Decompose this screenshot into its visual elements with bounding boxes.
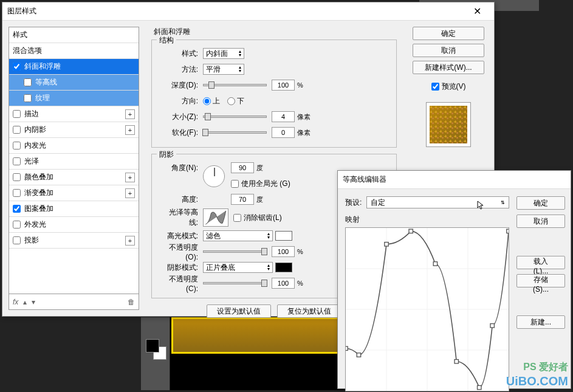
add-icon[interactable]: +: [125, 236, 135, 246]
highlight-color-swatch[interactable]: [275, 231, 292, 241]
style-select[interactable]: 内斜面▴▾: [203, 48, 244, 59]
preset-select[interactable]: 自定 ⇅: [366, 196, 509, 208]
angle-label: 角度(N):: [160, 163, 203, 173]
opacity-c-input[interactable]: [272, 278, 295, 289]
sidebar-item-inner-shadow[interactable]: 内阴影+: [9, 122, 139, 138]
altitude-input[interactable]: [231, 194, 254, 205]
fx-label: fx: [13, 298, 18, 306]
size-slider[interactable]: [203, 115, 267, 118]
direction-up-radio[interactable]: 上: [203, 96, 220, 106]
satin-checkbox[interactable]: [13, 157, 21, 165]
depth-input[interactable]: [272, 80, 295, 91]
reset-default-button[interactable]: 复位为默认值: [277, 304, 341, 318]
opacity-c-slider[interactable]: [203, 282, 267, 284]
chevron-updown-icon: ⇅: [501, 200, 505, 205]
sidebar-item-satin[interactable]: 光泽: [9, 154, 139, 170]
pattern-overlay-checkbox[interactable]: [13, 205, 21, 213]
sidebar-header-blend[interactable]: 混合选项: [9, 43, 139, 59]
dialog-title: 图层样式: [7, 6, 465, 16]
svg-rect-6: [346, 346, 348, 350]
contour-titlebar[interactable]: 等高线编辑器: [338, 171, 571, 189]
contour-new-button[interactable]: 新建...: [516, 315, 565, 329]
sidebar-item-stroke[interactable]: 描边+: [9, 106, 139, 122]
opacity-o-input[interactable]: [272, 246, 295, 257]
dialog-titlebar[interactable]: 图层样式 ✕: [2, 2, 494, 21]
inner-shadow-checkbox[interactable]: [13, 126, 21, 134]
svg-rect-12: [478, 385, 481, 389]
sidebar-item-pattern-overlay[interactable]: 图案叠加: [9, 201, 139, 217]
add-icon[interactable]: +: [125, 188, 135, 198]
arrow-down-icon[interactable]: ▾: [32, 298, 35, 306]
direction-down-radio[interactable]: 下: [227, 96, 244, 106]
stroke-checkbox[interactable]: [13, 110, 21, 118]
angle-dial[interactable]: [203, 165, 225, 187]
contour-ok-button[interactable]: 确定: [516, 196, 565, 210]
sidebar-item-bevel[interactable]: 斜面和浮雕: [9, 59, 139, 75]
foreground-color-swatch[interactable]: [146, 339, 159, 352]
gloss-contour-picker[interactable]: [203, 208, 228, 227]
outer-glow-checkbox[interactable]: [13, 221, 21, 229]
opacity-c-unit: %: [297, 280, 303, 287]
sidebar-item-inner-glow[interactable]: 内发光: [9, 138, 139, 154]
inner-glow-checkbox[interactable]: [13, 142, 21, 150]
make-default-button[interactable]: 设置为默认值: [207, 304, 271, 318]
sidebar-item-color-overlay[interactable]: 颜色叠加+: [9, 170, 139, 185]
soften-input[interactable]: [272, 127, 295, 138]
opacity-o-slider[interactable]: [203, 250, 267, 253]
gradient-overlay-checkbox[interactable]: [13, 189, 21, 197]
close-icon[interactable]: ✕: [465, 3, 489, 20]
chevron-updown-icon: ▴▾: [239, 50, 241, 57]
soften-label: 软化(F):: [160, 128, 203, 138]
svg-rect-13: [490, 324, 494, 328]
panel-title: 斜面和浮雕: [151, 27, 397, 37]
contour-checkbox[interactable]: [24, 78, 32, 86]
add-icon[interactable]: +: [125, 173, 135, 182]
watermark-text: PS 爱好者: [523, 361, 568, 374]
cancel-button[interactable]: 取消: [413, 44, 484, 57]
sidebar-item-texture[interactable]: 纹理: [9, 91, 139, 106]
new-style-button[interactable]: 新建样式(W)...: [413, 61, 484, 74]
add-icon[interactable]: +: [125, 125, 135, 135]
angle-input[interactable]: [231, 162, 254, 173]
svg-rect-9: [409, 229, 413, 233]
opacity-o-label: 不透明度(O):: [160, 242, 203, 261]
drop-shadow-checkbox[interactable]: [13, 236, 21, 244]
altitude-unit: 度: [256, 195, 263, 204]
texture-checkbox[interactable]: [24, 94, 32, 102]
contour-load-button[interactable]: 载入(L)...: [516, 256, 565, 269]
arrow-up-icon[interactable]: ▴: [23, 298, 27, 306]
soften-slider[interactable]: [203, 131, 267, 134]
sidebar-item-outer-glow[interactable]: 外发光: [9, 217, 139, 233]
shadow-color-swatch[interactable]: [275, 263, 292, 272]
contour-save-button[interactable]: 存储(S)...: [516, 274, 565, 287]
antialias-checkbox[interactable]: 消除锯齿(L): [233, 213, 282, 223]
preview-thumbnail: [427, 103, 470, 146]
opacity-o-unit: %: [297, 248, 303, 255]
size-input[interactable]: [272, 111, 295, 122]
contour-editor-dialog: 等高线编辑器 预设: 自定 ⇅ 映射: [337, 170, 571, 389]
styles-sidebar: 样式 混合选项 斜面和浮雕 等高线 纹理 描边+ 内阴影+ 内发光 光泽 颜色叠…: [9, 27, 139, 310]
structure-legend: 结构: [157, 35, 176, 46]
sidebar-header-styles[interactable]: 样式: [9, 27, 139, 43]
chevron-updown-icon: ▴▾: [239, 66, 241, 73]
svg-rect-11: [455, 360, 458, 363]
highlight-mode-select[interactable]: 滤色▴▾: [203, 230, 273, 241]
preview-checkbox[interactable]: 预览(V): [431, 81, 466, 92]
ok-button[interactable]: 确定: [413, 27, 484, 40]
sidebar-item-contour[interactable]: 等高线: [9, 75, 139, 91]
style-label: 样式:: [160, 49, 203, 59]
color-overlay-checkbox[interactable]: [13, 173, 21, 181]
sidebar-item-gradient-overlay[interactable]: 渐变叠加+: [9, 185, 139, 201]
add-icon[interactable]: +: [125, 109, 135, 119]
global-light-checkbox[interactable]: 使用全局光 (G): [231, 179, 290, 189]
depth-slider[interactable]: [203, 84, 267, 86]
trash-icon[interactable]: 🗑: [128, 298, 135, 306]
altitude-label: 高度:: [160, 194, 203, 205]
technique-select[interactable]: 平滑▴▾: [203, 64, 244, 75]
bevel-checkbox[interactable]: [13, 63, 21, 70]
sidebar-item-drop-shadow[interactable]: 投影+: [9, 233, 139, 249]
contour-cancel-button[interactable]: 取消: [516, 215, 565, 228]
contour-curve-editor[interactable]: [345, 227, 509, 391]
sidebar-footer: fx ▴ ▾ 🗑: [9, 294, 139, 309]
shadow-mode-select[interactable]: 正片叠底▴▾: [203, 262, 273, 273]
